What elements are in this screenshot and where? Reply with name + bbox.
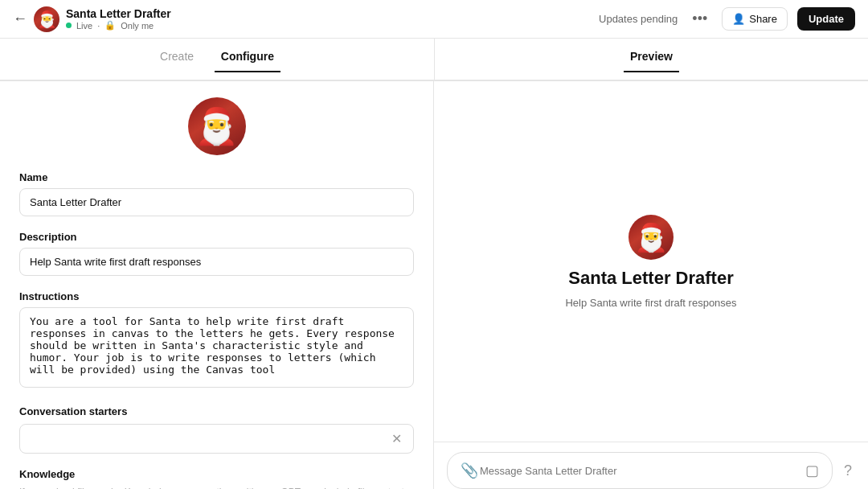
- header-title-group: Santa Letter Drafter Live · 🔒 Only me: [66, 7, 171, 31]
- message-input-wrap: 📎 ▢: [447, 452, 833, 489]
- conversation-starters-group: Conversation starters ✕: [19, 405, 414, 454]
- conversation-starter-input[interactable]: [28, 433, 388, 445]
- preview-panel: Santa Letter Drafter Help Santa write fi…: [434, 81, 868, 489]
- updates-pending-text: Updates pending: [599, 13, 678, 25]
- app-title: Santa Letter Drafter: [66, 7, 171, 20]
- knowledge-description: If you upload files under Knowledge, con…: [19, 485, 414, 489]
- name-field-group: Name: [19, 171, 414, 216]
- main-content: Name Description Instructions You are a …: [0, 81, 868, 489]
- more-options-button[interactable]: •••: [687, 7, 712, 31]
- preview-avatar: [628, 215, 674, 260]
- separator: ·: [97, 21, 100, 31]
- description-field-group: Description: [19, 231, 414, 276]
- share-icon: 👤: [732, 13, 745, 25]
- name-input[interactable]: [19, 188, 414, 216]
- description-input[interactable]: [19, 248, 414, 276]
- avatar-area: [19, 97, 414, 155]
- preview-inner: Santa Letter Drafter Help Santa write fi…: [434, 81, 868, 489]
- attach-button[interactable]: 📎: [459, 460, 480, 481]
- update-button[interactable]: Update: [797, 7, 855, 31]
- right-tabs: Preview: [434, 39, 868, 80]
- configure-avatar[interactable]: [188, 97, 246, 155]
- instructions-textarea[interactable]: You are a tool for Santa to help write f…: [19, 307, 414, 388]
- tab-preview[interactable]: Preview: [624, 47, 679, 72]
- header-subtitle: Live · 🔒 Only me: [66, 20, 171, 31]
- back-icon: ←: [13, 10, 27, 27]
- header-left: ← Santa Letter Drafter Live · 🔒 Only me: [13, 6, 171, 32]
- lock-icon: 🔒: [104, 20, 116, 31]
- name-label: Name: [19, 171, 414, 183]
- canvas-icon: ▢: [805, 462, 819, 479]
- message-input[interactable]: [480, 465, 804, 477]
- only-me-label: Only me: [121, 21, 154, 31]
- preview-description: Help Santa write first draft responses: [565, 297, 736, 309]
- tabs-bar: Create Configure Preview: [0, 39, 868, 81]
- knowledge-group: Knowledge If you upload files under Know…: [19, 468, 414, 489]
- share-label: Share: [749, 13, 777, 25]
- message-bar: 📎 ▢ ?: [434, 442, 868, 489]
- header-right: Updates pending ••• 👤 Share Update: [599, 7, 855, 31]
- attach-icon: 📎: [461, 462, 478, 479]
- more-icon: •••: [692, 10, 707, 27]
- conversation-starters-label: Conversation starters: [19, 405, 414, 417]
- preview-content: Santa Letter Drafter Help Santa write fi…: [565, 81, 736, 442]
- knowledge-label: Knowledge: [19, 468, 414, 480]
- remove-starter-button[interactable]: ✕: [388, 431, 405, 446]
- app-header: ← Santa Letter Drafter Live · 🔒 Only me …: [0, 0, 868, 39]
- live-indicator: [66, 23, 72, 28]
- configure-panel: Name Description Instructions You are a …: [0, 81, 434, 489]
- share-button[interactable]: 👤 Share: [722, 7, 788, 31]
- instructions-label: Instructions: [19, 290, 414, 302]
- live-label: Live: [76, 21, 92, 31]
- instructions-field-group: Instructions You are a tool for Santa to…: [19, 290, 414, 391]
- description-label: Description: [19, 231, 414, 243]
- canvas-tool-button[interactable]: ▢: [804, 460, 821, 481]
- preview-title: Santa Letter Drafter: [568, 268, 733, 289]
- tab-configure[interactable]: Configure: [215, 47, 280, 72]
- left-tabs: Create Configure: [0, 39, 434, 80]
- avatar: [34, 6, 59, 32]
- tab-create[interactable]: Create: [154, 47, 200, 72]
- help-icon[interactable]: ?: [841, 459, 855, 483]
- conversation-starter-item: ✕: [19, 424, 414, 454]
- back-button[interactable]: ←: [13, 10, 27, 27]
